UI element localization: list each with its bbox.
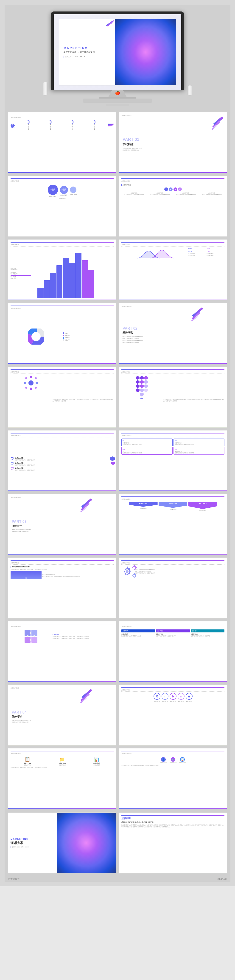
gears-hint: 点击输入标题 — [121, 562, 224, 565]
pie-legend-1: 标题文字 [63, 332, 114, 334]
proc-box-3: 03 节这里可以在演示文稿中点击相对的内容 [121, 447, 173, 455]
pie-hint: 点击输入标题 — [11, 307, 114, 310]
slide-numbers[interactable]: 点击输入标题 — 点击输入标题 1 2 3 4 点击输入标题这里可以在演示文稿中… [119, 176, 227, 237]
bar-hint: 点击输入标题 — [11, 244, 114, 247]
monitor-screen: MARKETING 星空背景地球一小时主题活动策划 演讲人：XXX 时间：XX.… [54, 14, 181, 90]
bar-left-text2: 输入人标题输入内容文字 [11, 272, 36, 275]
monitor-section: MARKETING 星空背景地球一小时主题活动策划 演讲人：XXX 时间：XX.… [5, 5, 230, 109]
file-icons-hint: 点击输入标题 — [11, 752, 114, 755]
part03-hint: 点击输入标题 — [11, 496, 114, 499]
num-text-2: 点击输入标题这里可以在演示文稿中点击相对的内容 [147, 192, 173, 195]
toc-item-2: 2 爱护地球 [40, 120, 61, 130]
slide-gears[interactable]: 点击输入标题 — [119, 558, 227, 619]
slide-puzzle[interactable]: 点击输入标题 — [8, 621, 116, 682]
puzzle-svg [24, 630, 38, 643]
bar-left-text3: 输入人标题输入内容文字 [11, 276, 36, 279]
pct-label-3: 点击输入标题 [188, 255, 206, 256]
circles-hint: 点击输入标题 — [11, 180, 114, 183]
watermark-left: © 素材公社 [8, 877, 19, 881]
slide-bell[interactable]: 点击输入标题 — 50% 76% 36% 75% [119, 239, 227, 300]
slide-thankyou[interactable]: MARKETING 谢谢大家 演讲人：XXX 时间：XX.X.X [8, 813, 116, 873]
puzzle-text2: 这里可以在演示文稿中点击相对的内容，更改文本内容并设计出您的作品！ [52, 638, 114, 639]
flow-gear: ⚙️ 标题文字添加 [170, 757, 176, 764]
slide-part01[interactable]: 点击输入标题 — PART 01 节约能源 这里可以在演示文稿中点击相对的内容更… [119, 112, 227, 173]
part01-num: PART 01 [122, 137, 184, 142]
part02-text: • 这里可以在演示文稿中点击相对的内容 • 更改文本内容并设计出您的作品！ • … [122, 336, 187, 344]
puzzle-hint: 点击输入标题 — [11, 625, 114, 628]
flower-text: 这里可以在演示文稿中点击相对的内容，更改文本内容并设计出您的作品！这里可以在演示… [52, 399, 114, 402]
slide-file-icons[interactable]: 点击输入标题 — 📋 标题文字添加 标题文字添加 📁 标题文字添加 标题文字添加… [8, 748, 116, 809]
btn-col-3: 点击输入 标题文字添加 这里可以在演示文稿中点击相对的内容 [191, 630, 224, 637]
slide-flower[interactable]: 点击输入标题 — [8, 367, 116, 428]
toc-item-3: 3 低碳出行 [62, 120, 83, 130]
part04-hint: 点击输入标题 — [11, 687, 114, 690]
puzzle-text1: 这里可以在演示文稿中点击相对的内容，更改文本内容并设计出您的作品！ [52, 636, 114, 637]
monitor-presenter: 演讲人：XXX 时间：XX.X.X [64, 56, 111, 58]
slide-shield[interactable]: 点击输入标题 — 🛡 这里输入标题 这里可以在演示文稿中点击相对的内容 🛡 这里… [8, 430, 116, 491]
slide-letters[interactable]: 点击输入标题 — R Sample Title i Sample Title b… [119, 684, 227, 745]
slide-text-analysis[interactable]: 点击输入标题 — 国内七家知名企业的业务分析 这里可以在演示文稿中点击相对的内容… [8, 558, 116, 619]
analysis-para1: 这里可以在演示文稿中点击相对的内容，更改文本内容并设计出您的作品！ [11, 569, 114, 570]
monitor-slide-subtitle: 星空背景地球一小时主题活动策划 [64, 51, 111, 54]
slide-process[interactable]: 点击输入标题 — 01 标题文字添加这里可以在演示文稿中点击相对的内容 02 标… [119, 430, 227, 491]
shield-item-3: 🛡 这里输入标题 这里可以在演示文稿中点击相对的内容 [11, 467, 114, 471]
bell-hint: 点击输入标题 — [121, 244, 224, 247]
bar-left-text: 输入人标题输入内容文字 [11, 267, 36, 270]
part03-text: 这里可以在演示文稿中点击相对的内容更改文本内容并设计出您的作品！ [12, 528, 76, 532]
slides-grid: 点击输入标题 — 目录 1 节约能源 2 爱护地球 [5, 109, 230, 813]
copyright-body: 这里可以在演示文稿中点击相对的内容，更改文本内容并设计出您的作品！这里可以在演示… [121, 824, 224, 828]
svg-point-16 [30, 639, 32, 641]
toc-label: 目录 [11, 120, 15, 121]
pct-3: 36% [188, 250, 206, 252]
text-analysis-hint: 点击输入标题 — [11, 562, 114, 565]
num-2: 2 [169, 188, 173, 191]
slide-blue-buttons[interactable]: 点击输入标题 — 点击输入 标题文字添加 这里可以在演示文稿中点击相对的内容 演… [119, 621, 227, 682]
watermark-footer: © 素材公社 01594733 [5, 876, 230, 882]
blue-btn-hint: 点击输入标题 — [121, 625, 224, 628]
toc-hint: 点击输入标题 — [11, 116, 114, 119]
analysis-para2: 安全合理支持业务的分析。 [42, 574, 114, 575]
toc-item-1: 1 节约能源 [17, 120, 39, 130]
num-text-4: 点击输入标题这里可以在演示文稿中点击相对的内容 [199, 192, 224, 195]
slide-grape[interactable]: 点击输入标题 — [119, 367, 227, 428]
svg-point-15 [33, 635, 35, 637]
slide-part02[interactable]: 点击输入标题 — PART 02 爱护环境 • 这里可以在演示文稿中点击相对的内… [119, 303, 227, 364]
slide-part03[interactable]: 点击输入标题 — PART 03 低碳出行 这里可以在演示文稿中点击相对的内容更… [8, 494, 116, 555]
pct-label-4: 点击输入标题 [206, 255, 224, 256]
slide-pie[interactable]: 点击输入标题 — 标题文字 [8, 303, 116, 364]
slide-copyright[interactable]: 版权声明 感谢您支持我们的设计作品，这对我们设计作品产品！ 这里可以在演示文稿中… [119, 813, 227, 873]
thankyou-marketing: MARKETING [11, 838, 54, 840]
slide-toc[interactable]: 点击输入标题 — 目录 1 节约能源 2 爱护地球 [8, 112, 116, 173]
pie-legend-3: 标题文字 [63, 337, 114, 339]
slide-arrows[interactable]: 点击输入标题 — 标题文字添加 点击输入内容 标题文字添加 点击输入内容 [119, 494, 227, 555]
desk-cylinder-left [43, 82, 48, 95]
part04-title: 保护地球 [12, 715, 76, 718]
shield-item-1: 🛡 这里输入标题 这里可以在演示文稿中点击相对的内容 [11, 457, 114, 461]
svg-point-14 [27, 635, 29, 637]
slide-location-flow[interactable]: 点击输入标题 — 👤 标题文字添加 + ⚙️ 标题文字添加 + 📊 标题文字添加 [119, 748, 227, 809]
letters-hint: 点击输入标题 — [121, 689, 224, 692]
num-3: 3 [173, 188, 177, 191]
toc-item-4: 4 保护地球 [84, 120, 105, 130]
loc-flow-hint: 点击输入标题 — [121, 752, 224, 755]
loc-flow-text: 这里可以在演示文稿中点击相对的内容，更改文本内容并设计出您的作品！ [121, 765, 224, 766]
pct-4: 75% [206, 250, 224, 252]
pct-2: 76% [206, 248, 224, 250]
slide-part04[interactable]: 点击输入标题 — PART 04 保护地球 这里可以在演示文稿中点击相对的内容更… [8, 684, 116, 745]
svg-point-6 [126, 570, 129, 573]
file-item-3: 📊 标题文字添加 标题文字添加 [80, 756, 114, 766]
svg-point-13 [30, 632, 32, 634]
proc-box-2: 02 标题文字添加这里可以在演示文稿中点击相对的内容 [173, 439, 225, 446]
slide-bar-chart[interactable]: 点击输入标题 — 输入人标题输入内容文字 输入人标题输入内容文字 输入人标题输入… [8, 239, 116, 300]
proc-box-4: 04 标题文字添加这里可以在演示文稿中点击相对的内容 [173, 447, 225, 455]
part02-title: 爱护环境 [122, 331, 187, 334]
slide-circles[interactable]: 点击输入标题 — 标题文字添加 标题文字添加 标题文字添加 标题文字添加 [8, 176, 116, 237]
part02-hint: 点击输入标题 — [121, 305, 224, 308]
letter-b: b Sample Title [170, 693, 176, 702]
watermark-right: 01594733 [217, 878, 227, 880]
grape-hint: 点击输入标题 — [121, 371, 224, 374]
file-item-2: 📁 标题文字添加 标题文字添加 [45, 756, 79, 766]
analysis-para3: 这里可以在演示文稿中点击相对的内容，更改文本内容并设计出您的作品！ [42, 576, 114, 577]
part02-num: PART 02 [122, 326, 187, 331]
pie-legend-2: 标题文字 [63, 335, 114, 336]
